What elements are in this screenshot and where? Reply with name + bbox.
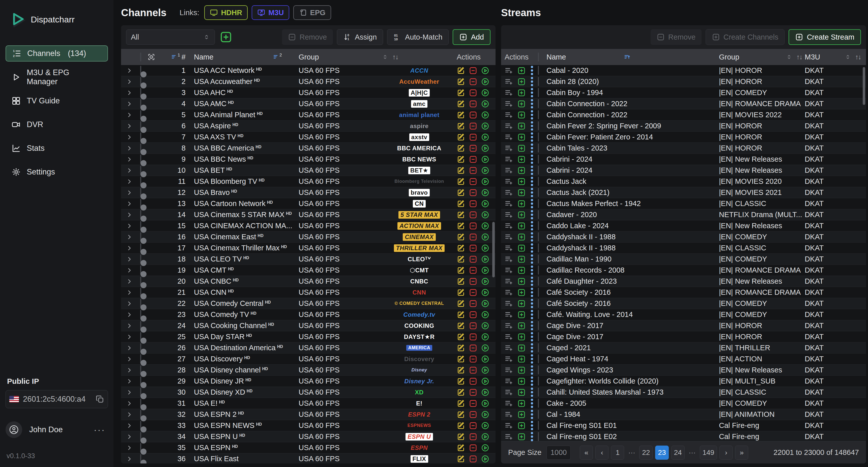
stream-menu-icon[interactable] xyxy=(531,221,534,230)
stream-row[interactable]: Cabrini - 2024 |EN| New Releases DKAT xyxy=(501,154,866,165)
create-channel-from-stream-icon[interactable] xyxy=(517,333,526,341)
m3u-sort-controls[interactable]: ↑↓ xyxy=(844,53,861,61)
page-button-24[interactable]: 24 xyxy=(671,445,685,460)
edit-channel-button[interactable] xyxy=(457,100,465,108)
remove-channel-button[interactable] xyxy=(469,188,477,197)
preview-channel-button[interactable] xyxy=(481,155,490,164)
expand-chevron-icon[interactable] xyxy=(126,411,134,418)
channel-row[interactable]: 18 USA CLEO TVHD USA 60 FPS CLEOᵀⱽ xyxy=(121,254,496,265)
preview-channel-button[interactable] xyxy=(481,211,490,219)
preview-channel-button[interactable] xyxy=(481,432,490,441)
preview-channel-button[interactable] xyxy=(481,288,490,297)
edit-channel-button[interactable] xyxy=(457,321,465,330)
add-to-channel-icon[interactable] xyxy=(505,255,514,263)
expand-chevron-icon[interactable] xyxy=(126,123,134,129)
edit-channel-button[interactable] xyxy=(457,455,465,463)
add-to-channel-icon[interactable] xyxy=(505,233,514,241)
remove-channel-button[interactable] xyxy=(469,266,477,275)
stream-menu-icon[interactable] xyxy=(531,332,534,341)
stream-menu-icon[interactable] xyxy=(531,410,534,419)
preview-channel-button[interactable] xyxy=(481,277,490,286)
remove-streams-button[interactable]: Remove xyxy=(651,29,702,45)
channel-row[interactable]: 22 USA Comedy CentralHD USA 60 FPS © COM… xyxy=(121,298,496,309)
channel-row[interactable]: 35 USA ESPNHD USA 60 FPS ESPN xyxy=(121,442,496,454)
row-checkbox[interactable] xyxy=(538,232,539,241)
row-checkbox[interactable] xyxy=(538,321,539,330)
edit-channel-button[interactable] xyxy=(457,299,465,308)
expand-chevron-icon[interactable] xyxy=(126,433,134,440)
add-profile-button[interactable] xyxy=(219,31,232,43)
page-button-23-active[interactable]: 23 xyxy=(655,445,669,460)
sidebar-item-dvr[interactable]: DVR xyxy=(5,117,108,133)
expand-chevron-icon[interactable] xyxy=(126,345,134,351)
create-channel-from-stream-icon[interactable] xyxy=(517,222,526,230)
channel-row[interactable]: 16 USA Cinemax EastHD USA 60 FPS CINEMAX xyxy=(121,231,496,243)
add-to-channel-icon[interactable] xyxy=(505,111,514,119)
stream-row[interactable]: Cal Fire-eng S01 E02 Cal Fire-eng DKAT xyxy=(501,431,866,441)
stream-menu-icon[interactable] xyxy=(531,399,534,408)
avatar[interactable] xyxy=(5,422,22,438)
channel-row[interactable]: 10 USA BETHD USA 60 FPS BET★ xyxy=(121,165,496,176)
expand-chevron-icon[interactable] xyxy=(126,289,134,296)
remove-channel-button[interactable] xyxy=(469,177,477,186)
stream-row[interactable]: Café Daughter - 2023 |EN| New Releases D… xyxy=(501,276,866,287)
expand-chevron-icon[interactable] xyxy=(126,189,134,196)
channel-row[interactable]: 14 USA Cinemax 5 STAR MAXHD USA 60 FPS 5… xyxy=(121,209,496,220)
create-channel-from-stream-icon[interactable] xyxy=(517,310,526,319)
stream-row[interactable]: Cadillac Records - 2008 |EN| ROMANCE DRA… xyxy=(501,265,866,276)
create-channel-from-stream-icon[interactable] xyxy=(517,399,526,408)
column-header-group[interactable]: Group xyxy=(299,53,382,61)
channels-scrollbar[interactable] xyxy=(492,222,495,277)
epg-link-button[interactable]: EPG xyxy=(293,5,331,20)
stream-row[interactable]: Cactus Jack |EN| MOVIES 2020 DKAT xyxy=(501,176,866,187)
select-all-checkbox[interactable] xyxy=(140,53,141,62)
expand-chevron-icon[interactable] xyxy=(126,423,134,429)
create-channel-from-stream-icon[interactable] xyxy=(517,288,526,297)
remove-channel-button[interactable] xyxy=(469,355,477,363)
stream-menu-icon[interactable] xyxy=(531,88,534,97)
add-to-channel-icon[interactable] xyxy=(505,244,514,252)
edit-channel-button[interactable] xyxy=(457,211,465,219)
next-page-button[interactable]: › xyxy=(719,445,733,460)
edit-channel-button[interactable] xyxy=(457,344,465,352)
sidebar-item-stats[interactable]: Stats xyxy=(5,140,108,156)
channel-row[interactable]: 36 USA Flix EastHD USA 60 FPS FLIX xyxy=(121,454,496,464)
edit-channel-button[interactable] xyxy=(457,155,465,164)
create-channel-from-stream-icon[interactable] xyxy=(517,188,526,197)
edit-channel-button[interactable] xyxy=(457,122,465,130)
row-checkbox[interactable] xyxy=(538,188,539,197)
add-to-channel-icon[interactable] xyxy=(505,122,514,130)
stream-row[interactable]: Cabin Tales - 2023 |EN| HOROR DKAT xyxy=(501,143,866,154)
channel-row[interactable]: 15 USA CINEMAX ACTION MA...HD USA 60 FPS… xyxy=(121,220,496,231)
add-to-channel-icon[interactable] xyxy=(505,321,514,330)
m3u-link-button[interactable]: M3U xyxy=(252,5,289,20)
add-to-channel-icon[interactable] xyxy=(505,89,514,97)
row-checkbox[interactable] xyxy=(538,166,539,175)
stream-menu-icon[interactable] xyxy=(531,354,534,364)
copy-icon[interactable] xyxy=(96,395,104,403)
add-to-channel-icon[interactable] xyxy=(505,333,514,341)
group-sort-controls[interactable]: ↑↓ xyxy=(786,53,802,61)
stream-row[interactable]: Cabin Fever 2: Spring Fever - 2009 |EN| … xyxy=(501,121,866,132)
edit-channel-button[interactable] xyxy=(457,233,465,241)
stream-menu-icon[interactable] xyxy=(531,299,534,308)
create-channel-from-stream-icon[interactable] xyxy=(517,432,526,441)
create-channel-from-stream-icon[interactable] xyxy=(517,122,526,130)
stream-row[interactable]: Cactus Makes Perfect - 1942 |EN| CLASSIC… xyxy=(501,198,866,209)
expand-chevron-icon[interactable] xyxy=(126,101,134,107)
channel-row[interactable]: 13 USA Cartoon NetworkHD USA 60 FPS CN xyxy=(121,198,496,209)
expand-chevron-icon[interactable] xyxy=(126,456,134,462)
add-to-channel-icon[interactable] xyxy=(505,355,514,363)
stream-row[interactable]: Caged Heat - 1974 |EN| ACTION DKAT xyxy=(501,353,866,365)
row-checkbox[interactable] xyxy=(538,266,539,275)
row-checkbox[interactable] xyxy=(538,121,539,130)
row-checkbox[interactable] xyxy=(538,77,539,86)
preview-channel-button[interactable] xyxy=(481,122,490,130)
create-channel-from-stream-icon[interactable] xyxy=(517,89,526,97)
remove-channel-button[interactable] xyxy=(469,100,477,108)
remove-channel-button[interactable] xyxy=(469,199,477,208)
channel-row[interactable]: 31 USA E!HD USA 60 FPS E! xyxy=(121,398,496,409)
add-channel-button[interactable]: Add xyxy=(453,29,491,45)
add-to-channel-icon[interactable] xyxy=(505,422,514,430)
preview-channel-button[interactable] xyxy=(481,111,490,119)
